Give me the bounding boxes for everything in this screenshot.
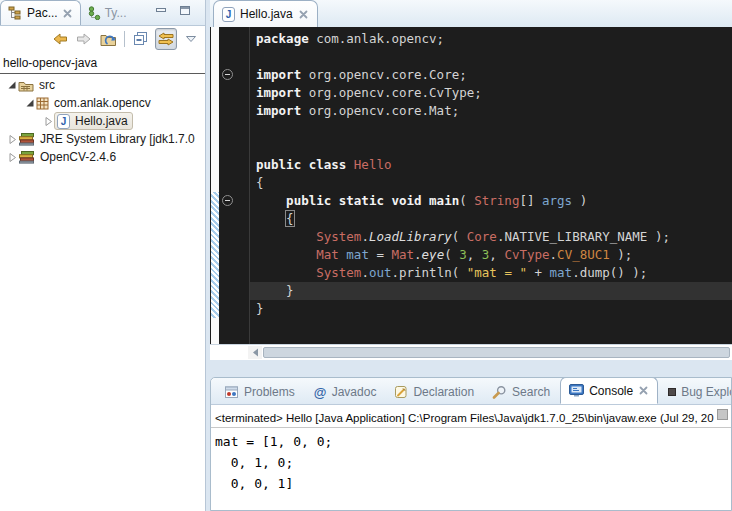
expand-arrow-icon[interactable] xyxy=(6,80,18,90)
project-tree: srccom.anlak.opencvJHello.javaJRE System… xyxy=(0,76,205,166)
collapse-arrow-icon[interactable] xyxy=(42,116,54,126)
code-line-6 xyxy=(256,120,670,138)
editor-tab-hello-java[interactable]: J Hello.java xyxy=(213,0,318,27)
close-icon[interactable] xyxy=(298,9,309,20)
minimize-icon[interactable] xyxy=(155,5,167,16)
code-token: args xyxy=(542,193,572,208)
code-line-5: import org.opencv.core.Mat; xyxy=(256,102,670,120)
code-token: { xyxy=(286,211,294,226)
tree-item-label: com.anlak.opencv xyxy=(54,96,151,110)
svg-text:J: J xyxy=(226,9,232,20)
search-icon xyxy=(492,385,507,399)
package-folder-icon xyxy=(18,79,34,92)
code-line-11: { xyxy=(256,210,670,228)
editor-horizontal-scrollbar[interactable] xyxy=(210,344,732,360)
code-line-16: } xyxy=(256,300,670,318)
code-line-2 xyxy=(256,48,670,66)
view-tab-label: Search xyxy=(512,385,550,399)
code-token: public static void main xyxy=(286,193,459,208)
console-output[interactable]: mat = [1, 0, 0; 0, 1, 0; 0, 0, 1] xyxy=(215,431,731,494)
code-token: , xyxy=(489,247,504,262)
tree-item-label: OpenCV-2.4.6 xyxy=(40,150,116,164)
code-token: + xyxy=(527,265,550,280)
collapse-arrow-icon[interactable] xyxy=(6,152,18,162)
view-tab-ty[interactable]: Ty... xyxy=(81,1,134,25)
package-explorer-icon xyxy=(8,6,23,20)
code-text[interactable]: package com.anlak.opencv;import org.open… xyxy=(256,30,670,318)
collapse-arrow-icon[interactable] xyxy=(6,134,18,144)
scrollbar-thumb[interactable] xyxy=(263,347,730,358)
forward-button[interactable] xyxy=(74,29,94,49)
view-tab-pac[interactable]: Pac... xyxy=(0,0,81,25)
collapse-all-icon xyxy=(133,31,149,46)
code-editor[interactable]: package com.anlak.opencv;import org.open… xyxy=(210,27,732,344)
expand-arrow-icon[interactable] xyxy=(24,98,36,108)
javadoc-icon: @ xyxy=(313,385,327,399)
code-token: import xyxy=(256,85,301,100)
code-token: public class xyxy=(256,157,354,172)
tree-item-src[interactable]: src xyxy=(0,76,205,94)
console-view-stack: Problems@JavadocDeclarationSearchConsole… xyxy=(210,377,732,511)
scroll-left-arrow-icon[interactable] xyxy=(248,346,262,359)
maximize-icon[interactable] xyxy=(179,5,191,16)
code-token: eye xyxy=(422,247,445,262)
arrow-right-icon xyxy=(76,32,92,46)
toolbar-separator xyxy=(124,31,125,47)
code-token: mat xyxy=(346,247,369,262)
view-tab-label: Bug Explorer xyxy=(681,385,731,399)
code-token: ( xyxy=(452,229,467,244)
project-root-label[interactable]: hello-opencv-java xyxy=(3,56,97,70)
code-token: } xyxy=(256,283,294,298)
code-token: out xyxy=(369,265,392,280)
java-file-icon: J xyxy=(57,114,70,129)
tree-item-label: src xyxy=(39,78,55,92)
view-tab-console[interactable]: Console xyxy=(560,378,658,404)
view-tab-declaration[interactable]: Declaration xyxy=(386,379,482,404)
type-hierarchy-icon xyxy=(88,6,101,20)
view-tab-label: Declaration xyxy=(413,385,474,399)
java-file-icon: J xyxy=(222,7,235,22)
collapse-all-button[interactable] xyxy=(131,29,151,49)
tree-item-hello.java[interactable]: JHello.java xyxy=(0,112,205,130)
tree-item-selected: JHello.java xyxy=(54,112,133,130)
view-tab-javadoc[interactable]: @Javadoc xyxy=(305,379,385,404)
view-tab-problems[interactable]: Problems xyxy=(216,379,303,404)
fold-collapse-icon[interactable] xyxy=(222,195,233,206)
console-toolbar-button[interactable] xyxy=(717,409,728,420)
view-tab-search[interactable]: Search xyxy=(484,379,558,404)
code-token: . xyxy=(361,229,369,244)
view-tab-label: Pac... xyxy=(27,6,58,20)
tree-item-jre-system-library-jdk1.7.0[interactable]: JRE System Library [jdk1.7.0 xyxy=(0,130,205,148)
code-token: ( xyxy=(459,193,474,208)
code-token: = xyxy=(369,247,392,262)
code-token: . xyxy=(414,247,422,262)
svg-text:J: J xyxy=(61,116,67,127)
code-line-7 xyxy=(256,138,670,156)
explorer-toolbar xyxy=(0,26,205,51)
fold-collapse-icon[interactable] xyxy=(222,69,233,80)
console-view: <terminated> Hello [Java Application] C:… xyxy=(211,405,731,511)
back-button[interactable] xyxy=(50,29,70,49)
code-token: mat xyxy=(550,265,573,280)
code-token: com.anlak.opencv; xyxy=(309,31,444,46)
link-editor-button[interactable] xyxy=(155,28,177,50)
code-token: org.opencv.core.Core; xyxy=(301,67,467,82)
close-icon[interactable] xyxy=(62,8,73,19)
code-token: package xyxy=(256,31,309,46)
code-token xyxy=(256,193,286,208)
code-token: ); xyxy=(610,247,633,262)
tree-item-opencv-2.4.6[interactable]: OpenCV-2.4.6 xyxy=(0,148,205,166)
up-button[interactable] xyxy=(98,29,118,49)
code-token: . xyxy=(361,265,369,280)
tree-item-com.anlak.opencv[interactable]: com.anlak.opencv xyxy=(0,94,205,112)
tree-item-label: JRE System Library [jdk1.7.0 xyxy=(40,132,195,146)
panel-window-buttons xyxy=(155,5,191,16)
code-line-3: import org.opencv.core.Core; xyxy=(256,66,670,84)
code-line-15: } xyxy=(256,282,670,300)
code-token xyxy=(256,211,286,226)
chevron-down-icon xyxy=(185,35,197,43)
view-menu-button[interactable] xyxy=(181,29,201,49)
tree-item-body: OpenCV-2.4.6 xyxy=(18,150,116,164)
view-tab-bug-explorer[interactable]: Bug Explorer xyxy=(660,379,731,404)
close-icon[interactable] xyxy=(638,385,649,396)
